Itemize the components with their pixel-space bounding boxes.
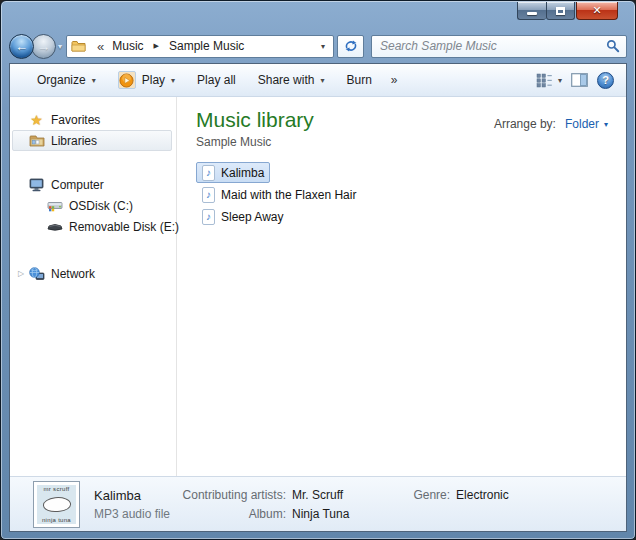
file-name: Kalimba <box>221 166 264 180</box>
views-grid-icon <box>536 73 553 88</box>
search-input[interactable] <box>380 39 606 53</box>
close-icon: ✕ <box>592 5 601 16</box>
arrange-by-dropdown[interactable]: Folder ▾ <box>565 117 608 131</box>
back-arrow-icon: ← <box>15 40 28 53</box>
organize-label: Organize <box>37 73 86 87</box>
details-file-title: Kalimba <box>94 488 172 503</box>
removable-drive-icon <box>46 219 63 235</box>
details-file-type: MP3 audio file <box>94 507 172 521</box>
question-mark-icon: ? <box>602 74 609 86</box>
file-item-maid-with-the-flaxen-hair[interactable]: ♪ Maid with the Flaxen Hair <box>196 184 362 205</box>
breadcrumb-item-sample-music[interactable]: Sample Music <box>166 39 247 53</box>
sidebar-item-removable-disk-e[interactable]: Removable Disk (E:) <box>10 216 176 237</box>
arrange-by-label: Arrange by: <box>494 117 556 131</box>
play-label: Play <box>142 73 165 87</box>
share-with-button[interactable]: Share with ▾ <box>247 68 336 92</box>
computer-icon <box>28 177 45 193</box>
address-dropdown-icon[interactable]: ▾ <box>317 42 329 51</box>
preview-pane-icon <box>571 73 588 87</box>
explorer-window: ✕ ← → ▾ « Music ▶ Sample Music ▾ <box>0 0 636 540</box>
play-all-label: Play all <box>197 73 236 87</box>
close-button[interactable]: ✕ <box>576 2 618 20</box>
osdisk-label: OSDisk (C:) <box>69 199 133 213</box>
burn-label: Burn <box>346 73 371 87</box>
page-subtitle: Sample Music <box>196 135 610 149</box>
file-name: Maid with the Flaxen Hair <box>221 188 356 202</box>
album-art-top-text: mr scruff <box>44 486 70 492</box>
minimize-button[interactable] <box>517 2 546 20</box>
libraries-icon <box>28 133 45 149</box>
music-note-icon: ♪ <box>202 165 215 181</box>
file-name: Sleep Away <box>221 210 284 224</box>
window-content: Organize ▾ Play ▾ Play all Share with ▾ … <box>9 63 627 532</box>
search-box[interactable] <box>371 35 627 58</box>
album-art: mr scruff ninja tuna <box>33 481 80 528</box>
play-button[interactable]: Play ▾ <box>107 68 186 92</box>
chevron-down-icon: ▾ <box>92 76 96 85</box>
file-list: ♪ Kalimba ♪ Maid with the Flaxen Hair ♪ … <box>196 162 610 227</box>
change-view-button[interactable]: ▾ <box>536 73 562 88</box>
arrange-by: Arrange by: Folder ▾ <box>494 117 608 131</box>
organize-button[interactable]: Organize ▾ <box>26 68 107 92</box>
network-label: Network <box>51 267 95 281</box>
search-icon[interactable] <box>606 39 620 53</box>
back-button[interactable]: ← <box>9 34 34 59</box>
sidebar-item-favorites[interactable]: ★ Favorites <box>10 109 176 130</box>
genre-value: Electronic <box>456 488 509 502</box>
hard-drive-icon <box>46 198 63 214</box>
refresh-icon <box>344 39 358 53</box>
album-value: Ninja Tuna <box>292 507 349 521</box>
forward-arrow-icon: → <box>37 40 50 53</box>
sidebar-item-computer[interactable]: Computer <box>10 174 176 195</box>
maximize-icon <box>556 7 565 15</box>
play-all-button[interactable]: Play all <box>186 68 247 92</box>
genre-label: Genre: <box>413 488 450 502</box>
favorites-label: Favorites <box>51 113 100 127</box>
file-list-pane: Music library Sample Music Arrange by: F… <box>177 97 626 476</box>
favorites-star-icon: ★ <box>28 112 45 128</box>
toolbar-overflow-chevron[interactable]: » <box>383 73 406 87</box>
body-row: ★ Favorites Libraries Computer <box>10 97 626 476</box>
chevron-down-icon: ▾ <box>320 76 324 85</box>
contributing-artists-label: Contributing artists: <box>176 488 286 502</box>
arrange-by-value: Folder <box>565 117 599 131</box>
breadcrumb-item-music[interactable]: Music <box>109 39 146 53</box>
chevron-down-icon: ▾ <box>604 120 608 129</box>
share-with-label: Share with <box>258 73 315 87</box>
recent-pages-chevron-icon[interactable]: ▾ <box>58 42 62 51</box>
window-controls: ✕ <box>517 2 618 20</box>
preview-pane-button[interactable] <box>571 73 588 87</box>
folder-icon <box>70 38 87 54</box>
refresh-button[interactable] <box>337 35 364 58</box>
album-art-bottom-text: ninja tuna <box>42 517 71 523</box>
chevron-down-icon: ▾ <box>171 76 175 85</box>
contributing-artists-value: Mr. Scruff <box>292 488 349 502</box>
minimize-icon <box>527 12 537 15</box>
help-button[interactable]: ? <box>597 72 614 89</box>
address-bar[interactable]: « Music ▶ Sample Music ▾ <box>66 35 334 58</box>
navigation-pane: ★ Favorites Libraries Computer <box>10 97 177 476</box>
removable-disk-label: Removable Disk (E:) <box>69 220 179 234</box>
sidebar-item-libraries[interactable]: Libraries <box>12 130 172 151</box>
title-bar[interactable]: ✕ <box>1 1 635 29</box>
genre-field: Genre: Electronic <box>413 488 508 502</box>
maximize-button[interactable] <box>546 2 575 20</box>
sidebar-item-osdisk-c[interactable]: OSDisk (C:) <box>10 195 176 216</box>
expander-collapsed-icon[interactable]: ▷ <box>14 269 28 278</box>
details-pane: mr scruff ninja tuna Kalimba MP3 audio f… <box>10 476 626 531</box>
toolbar-right-group: ▾ ? <box>536 72 614 89</box>
forward-button[interactable]: → <box>31 34 56 59</box>
computer-label: Computer <box>51 178 104 192</box>
breadcrumb-separator-icon[interactable]: ▶ <box>147 42 166 50</box>
command-toolbar: Organize ▾ Play ▾ Play all Share with ▾ … <box>10 64 626 97</box>
album-art-blob-drawing <box>42 495 71 513</box>
file-item-kalimba[interactable]: ♪ Kalimba <box>196 162 270 183</box>
chevron-down-icon: ▾ <box>558 76 562 85</box>
burn-button[interactable]: Burn <box>335 68 382 92</box>
breadcrumb-overflow-chevrons[interactable]: « <box>93 39 109 54</box>
file-item-sleep-away[interactable]: ♪ Sleep Away <box>196 206 290 227</box>
play-icon <box>118 71 136 89</box>
libraries-label: Libraries <box>51 134 97 148</box>
sidebar-item-network[interactable]: ▷ Network <box>10 263 176 284</box>
album-label: Album: <box>176 507 286 521</box>
